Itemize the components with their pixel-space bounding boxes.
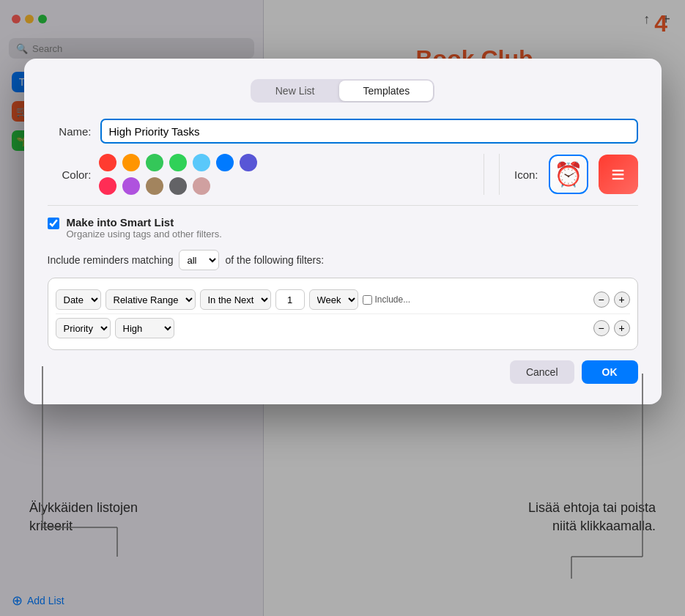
annotation-left-text: Älykkäiden listojenkriteerit: [29, 500, 138, 533]
clock-emoji: ⏰: [554, 160, 583, 188]
color-violet[interactable]: [122, 177, 140, 195]
modal-actions: Cancel OK: [48, 360, 638, 384]
modal-dialog: New List Templates Name: Color:: [24, 59, 662, 404]
name-row: Name:: [48, 119, 638, 144]
color-gray[interactable]: [169, 177, 187, 195]
color-icon-row: Color:: [48, 154, 638, 195]
filter-match-prefix: Include reminders matching: [48, 254, 174, 266]
smart-list-checkbox[interactable]: [48, 218, 59, 229]
filter-row-priority: Priority High Medium Low − +: [56, 313, 630, 342]
color-label-row: Color:: [48, 154, 469, 195]
tab-group: New List Templates: [251, 79, 435, 103]
filter-match-select[interactable]: all any: [179, 250, 219, 270]
icon-list[interactable]: ≡: [599, 155, 638, 194]
icon-clock[interactable]: ⏰: [549, 155, 588, 194]
filter-match-suffix: of the following filters:: [225, 254, 324, 266]
smart-list-label: Make into Smart List: [67, 216, 222, 229]
color-red[interactable]: [99, 154, 116, 171]
smart-list-row: Make into Smart List Organize using tags…: [48, 216, 638, 240]
color-orange[interactable]: [122, 154, 140, 171]
color-light-blue[interactable]: [193, 154, 210, 171]
divider: [48, 205, 638, 206]
include-label: Include...: [375, 294, 411, 305]
filter-relative-range-select[interactable]: Relative Range: [105, 289, 196, 310]
tab-new-list[interactable]: New List: [252, 81, 338, 101]
ok-button[interactable]: OK: [582, 360, 638, 384]
icon-section: Icon: ⏰ ≡: [499, 154, 638, 195]
color-brown[interactable]: [146, 177, 163, 195]
list-emoji: ≡: [611, 161, 625, 188]
annotation-area: Älykkäiden listojenkriteerit Lisää ehtoj…: [0, 484, 685, 616]
remove-filter-row2-button[interactable]: −: [593, 320, 610, 336]
add-filter-row1-button[interactable]: +: [614, 292, 630, 308]
vertical-divider: [484, 154, 484, 195]
modal-tabs: New List Templates: [48, 79, 638, 103]
include-checkbox[interactable]: [363, 295, 372, 305]
add-filter-row2-button[interactable]: +: [614, 320, 630, 336]
name-input[interactable]: [100, 119, 638, 144]
color-section: Color:: [48, 154, 469, 195]
tab-templates[interactable]: Templates: [339, 81, 433, 101]
remove-filter-row1-button[interactable]: −: [593, 292, 610, 308]
smart-list-text: Make into Smart List Organize using tags…: [67, 216, 222, 240]
color-blue[interactable]: [216, 154, 234, 171]
cancel-button[interactable]: Cancel: [510, 360, 574, 384]
color-purple[interactable]: [240, 154, 257, 171]
smart-list-description: Organize using tags and other filters.: [67, 229, 222, 240]
color-rose[interactable]: [193, 177, 210, 195]
filter-in-the-next-select[interactable]: In the Next: [200, 289, 271, 310]
include-checkbox-row: Include...: [363, 294, 411, 305]
color-pink[interactable]: [99, 177, 116, 195]
filter-date-select[interactable]: Date: [56, 289, 101, 310]
annotation-right-text: Lisää ehtoja tai poistaniitä klikkaamall…: [528, 500, 656, 533]
annotation-left: Älykkäiden listojenkriteerit: [29, 499, 138, 535]
filter-priority-select[interactable]: Priority: [56, 318, 111, 338]
filter-match-row: Include reminders matching all any of th…: [48, 250, 638, 270]
color-mint[interactable]: [169, 154, 187, 171]
filters-container: Date Relative Range In the Next Week Inc…: [48, 278, 638, 350]
filter-number-input[interactable]: [275, 289, 305, 310]
filter-high-select[interactable]: High Medium Low: [115, 318, 174, 338]
color-green[interactable]: [146, 154, 163, 171]
filter-week-select[interactable]: Week: [309, 289, 358, 310]
color-label: Color:: [48, 168, 92, 181]
filter-row-date: Date Relative Range In the Next Week Inc…: [56, 286, 630, 313]
color-swatches: [99, 154, 260, 195]
annotation-right: Lisää ehtoja tai poistaniitä klikkaamall…: [528, 499, 656, 535]
name-label: Name:: [48, 125, 92, 138]
icon-label: Icon:: [514, 168, 538, 181]
